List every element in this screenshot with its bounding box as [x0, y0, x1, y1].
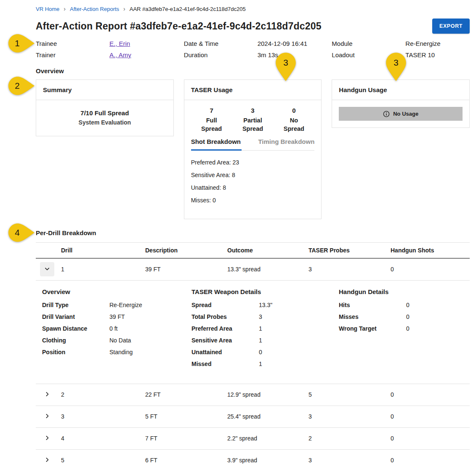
taser-usage-card: TASER Usage 7 Full Spread 3 Partial Spre…	[184, 80, 322, 219]
taser-usage-card-title: TASER Usage	[184, 80, 322, 100]
detail-label: Drill Variant	[42, 314, 109, 320]
module-label: Module	[332, 40, 405, 48]
cell-taser-probes: 3	[308, 406, 391, 427]
tab-timing-breakdown[interactable]: Timing Breakdown	[242, 135, 314, 151]
expand-row-button[interactable]	[40, 453, 54, 464]
page-title: After-Action Report #a3dfeb7e-e1a2-41ef-…	[36, 21, 322, 32]
breadcrumb-link-vr-home[interactable]: VR Home	[36, 6, 59, 12]
detail-value: Re-Energize	[109, 302, 142, 308]
col-header-taser-probes: TASER Probes	[308, 243, 391, 259]
no-usage-label: No Usage	[393, 111, 418, 117]
detail-handgun-title: Handgun Details	[339, 288, 470, 295]
export-button[interactable]: EXPORT	[432, 19, 470, 34]
detail-value: 0	[406, 302, 410, 308]
stat-label: Full Spread	[191, 116, 232, 133]
col-header-outcome: Outcome	[227, 243, 308, 259]
detail-taser-column: TASER Weapon Details Spread 13.3" Total …	[191, 288, 339, 373]
summary-card: Summary 7/10 Full Spread System Evaluati…	[36, 80, 174, 136]
stat-value: 3	[232, 107, 274, 114]
detail-label: Spread	[191, 302, 259, 308]
module-value: Re-Energize	[405, 40, 470, 48]
detail-label: Wrong Target	[339, 326, 406, 332]
cell-drill: 2	[61, 384, 145, 406]
cell-outcome: 12.9" spread	[227, 384, 308, 406]
stat-label: Partial Spread	[232, 116, 274, 133]
cell-handgun-shots: 0	[391, 449, 470, 464]
chevron-right-icon	[43, 456, 51, 464]
detail-label: Total Probes	[191, 314, 259, 320]
detail-taser-title: TASER Weapon Details	[191, 288, 339, 295]
summary-score: 7/10 Full Spread	[43, 109, 167, 117]
cell-drill: 5	[61, 449, 145, 464]
chevron-right-icon	[43, 412, 51, 422]
annotation-marker-3a: 3	[275, 52, 296, 82]
detail-value: 13.3"	[259, 302, 272, 308]
detail-value: 39 FT	[109, 314, 125, 320]
detail-label: Sensitive Area	[191, 337, 259, 344]
table-row[interactable]: 3 5 FT 25.4" spread 3 0	[36, 406, 470, 427]
summary-card-body: 7/10 Full Spread System Evaluation	[36, 100, 173, 136]
cell-handgun-shots: 0	[391, 406, 470, 427]
stat-no-spread: 0 No Spread	[273, 107, 314, 133]
breakdown-item-misses: Misses: 0	[191, 197, 315, 204]
detail-label: Position	[42, 349, 109, 355]
chevron-right-icon: ›	[64, 5, 66, 12]
detail-row-spawn-distance: Spawn Distance 0 ft	[42, 326, 191, 332]
stat-value: 0	[273, 107, 314, 114]
cell-handgun-shots: 0	[391, 384, 470, 406]
table-row[interactable]: 5 6 FT 3.9" spread 3 0	[36, 449, 470, 464]
duration-label: Duration	[184, 51, 258, 59]
detail-value: 0	[406, 326, 410, 332]
stat-partial-spread: 3 Partial Spread	[232, 107, 274, 133]
detail-label: Drill Type	[42, 302, 109, 308]
detail-value: 1	[259, 337, 262, 344]
detail-overview-column: Overview Drill Type Re-Energize Drill Va…	[42, 288, 191, 373]
cell-drill: 1	[61, 258, 145, 280]
detail-row-wrong-target: Wrong Target 0	[339, 326, 470, 332]
trainer-link[interactable]: A., Amy	[109, 51, 174, 59]
chevron-right-icon	[43, 434, 51, 443]
annotation-marker-number: 1	[8, 34, 27, 53]
overview-cards: Summary 7/10 Full Spread System Evaluati…	[36, 80, 470, 219]
cell-outcome: 13.3" spread	[227, 258, 308, 280]
cell-outcome: 2.2" spread	[227, 427, 308, 449]
tab-shot-breakdown[interactable]: Shot Breakdown	[191, 135, 242, 151]
detail-row-unattained: Unattained 0	[191, 349, 339, 355]
cell-drill: 4	[61, 427, 145, 449]
trainee-link[interactable]: E., Erin	[109, 40, 174, 48]
detail-value: 0	[259, 349, 262, 355]
detail-row-missed: Missed 1	[191, 361, 339, 367]
detail-row-hits: Hits 0	[339, 302, 470, 308]
table-row[interactable]: 4 7 FT 2.2" spread 2 0	[36, 427, 470, 449]
cell-drill: 3	[61, 406, 145, 427]
title-row: After-Action Report #a3dfeb7e-e1a2-41ef-…	[36, 19, 470, 34]
detail-value: 0 ft	[109, 326, 117, 332]
col-header-handgun-shots: Handgun Shots	[391, 243, 470, 259]
collapse-row-button[interactable]	[40, 262, 54, 276]
summary-evaluation-label: System Evaluation	[43, 119, 167, 126]
datetime-value: 2024-12-09 16:41	[258, 40, 322, 48]
detail-value: 1	[259, 361, 262, 367]
table-header-row: Drill Description Outcome TASER Probes H…	[36, 243, 470, 259]
info-icon	[383, 111, 390, 117]
stat-value: 7	[191, 107, 232, 114]
taser-tabs: Shot Breakdown Timing Breakdown	[191, 135, 315, 151]
per-drill-table: Drill Description Outcome TASER Probes H…	[36, 242, 470, 464]
chevron-right-icon	[43, 390, 51, 400]
detail-value: 1	[259, 326, 262, 332]
detail-value: 0	[406, 314, 410, 320]
trainer-label: Trainer	[36, 51, 109, 59]
cell-outcome: 3.9" spread	[227, 449, 308, 464]
expand-row-button[interactable]	[40, 387, 54, 402]
detail-handgun-column: Handgun Details Hits 0 Misses 0 Wrong Ta…	[339, 288, 470, 373]
detail-row-total-probes: Total Probes 3	[191, 314, 339, 320]
table-row[interactable]: 2 22 FT 12.9" spread 5 0	[36, 384, 470, 406]
handgun-usage-card-body: No Usage	[332, 100, 469, 127]
cell-description: 7 FT	[145, 427, 227, 449]
cell-description: 5 FT	[145, 406, 227, 427]
expand-row-button[interactable]	[40, 409, 54, 424]
expand-row-button[interactable]	[40, 431, 54, 445]
annotation-marker-number: 3	[275, 52, 296, 73]
table-row[interactable]: 1 39 FT 13.3" spread 3 0	[36, 258, 470, 280]
breadcrumb-link-after-action-reports[interactable]: After-Action Reports	[70, 6, 119, 12]
